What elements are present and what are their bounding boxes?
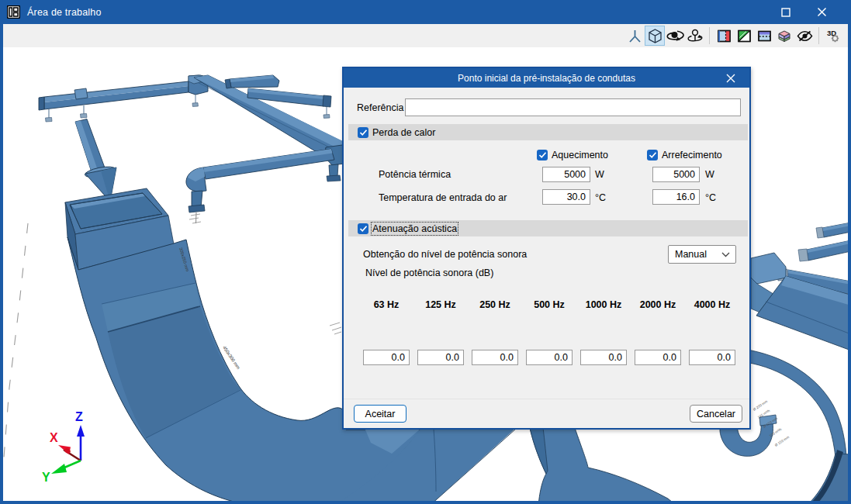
metodo-dropdown-value: Manual <box>675 249 707 260</box>
potencia-aquecimento-input[interactable] <box>542 167 590 182</box>
metodo-dropdown[interactable]: Manual <box>668 245 736 264</box>
cancel-button[interactable]: Cancelar <box>690 405 742 423</box>
potencia-aquecimento-unit: W <box>595 169 604 180</box>
layers-stack-icon <box>776 28 793 44</box>
freq-header-2000: 2000 Hz <box>631 299 685 310</box>
toolbar-3d-settings[interactable]: 3D <box>823 26 843 46</box>
checkmark-icon <box>538 151 547 159</box>
branch-note-5: Ø 150 mm <box>774 435 790 447</box>
temperatura-aquecimento-input[interactable] <box>542 189 590 205</box>
nivel-label: Nível de potência sonora (dB) <box>365 268 493 278</box>
toolbar-view-3d-cube[interactable] <box>645 26 665 46</box>
db-input-500[interactable] <box>526 350 573 365</box>
duct-right-branches <box>751 223 848 350</box>
dialog-footer: Aceitar Cancelar <box>344 399 749 428</box>
section-perda-de-calor: Perda de calor <box>348 124 748 140</box>
temperatura-label: Temperatura de entrada do ar <box>379 192 507 203</box>
orbit-view-icon <box>666 28 684 44</box>
duct-mid-run <box>186 149 334 223</box>
freq-header-500: 500 Hz <box>522 299 576 310</box>
temperatura-arrefecimento-unit: °C <box>705 192 716 203</box>
perda-de-calor-checkbox[interactable] <box>358 127 368 138</box>
db-input-1000[interactable] <box>580 350 627 365</box>
close-button[interactable] <box>814 5 829 20</box>
toolbar-turntable-rotate[interactable] <box>685 26 705 46</box>
toolbar-clipping-box[interactable] <box>754 26 774 46</box>
chevron-down-icon <box>721 252 730 257</box>
potencia-termica-label: Potência térmica <box>379 169 451 180</box>
axis-y-label: Y <box>42 471 50 482</box>
atenuacao-label: Atenuação acústica <box>372 223 457 234</box>
maximize-icon <box>781 8 790 17</box>
toolbar-section-plane[interactable] <box>714 26 734 46</box>
dialog-ponto-inicial: Ponto inicial da pré-instalação de condu… <box>342 67 751 430</box>
hide-elements-eye-icon <box>796 28 814 44</box>
dialog-close-button[interactable] <box>724 71 737 85</box>
view-toolbar: 3D <box>3 24 848 47</box>
dialog-close-icon <box>726 74 735 83</box>
db-input-125[interactable] <box>417 350 464 365</box>
toolbar-separator <box>818 27 819 44</box>
perda-de-calor-label: Perda de calor <box>372 127 435 138</box>
db-input-2000[interactable] <box>635 350 681 365</box>
axis-z-label: Z <box>75 410 83 423</box>
toolbar-layers-stack[interactable] <box>774 26 794 46</box>
db-input-4000[interactable] <box>689 350 735 365</box>
clipping-box-icon <box>756 28 773 44</box>
dialog-title: Ponto inicial da pré-instalação de condu… <box>458 73 635 84</box>
atenuacao-checkbox[interactable] <box>358 223 368 234</box>
aquecimento-checkbox[interactable] <box>537 150 548 161</box>
maximize-button[interactable] <box>778 5 794 20</box>
dialog-titlebar[interactable]: Ponto inicial da pré-instalação de condu… <box>344 68 749 88</box>
obtencao-label: Obtenção do nível de potência sonora <box>363 249 527 260</box>
freq-header-1000: 1000 Hz <box>576 299 631 310</box>
arrefecimento-checkbox[interactable] <box>647 150 658 161</box>
db-input-250[interactable] <box>472 350 518 365</box>
close-icon <box>817 7 827 17</box>
freq-header-63: 63 Hz <box>359 299 413 310</box>
3d-settings-gear-icon: 3D <box>825 28 842 44</box>
checkmark-icon <box>359 225 368 233</box>
toolbar-axes-tripod[interactable] <box>624 26 645 46</box>
freq-header-125: 125 Hz <box>413 299 468 310</box>
checkmark-icon <box>649 151 657 159</box>
temperatura-aquecimento-unit: °C <box>595 192 606 203</box>
section-atenuacao-acustica: Atenuação acústica <box>348 220 748 236</box>
window-buttons <box>778 0 829 24</box>
arrefecimento-label: Arrefecimento <box>662 150 722 161</box>
freq-header-250: 250 Hz <box>468 299 522 310</box>
axes-tripod-icon <box>627 28 643 44</box>
toolbar-diagonal-split-view[interactable] <box>734 26 754 46</box>
arrefecimento-row: Arrefecimento <box>647 150 722 161</box>
db-input-63[interactable] <box>363 350 410 365</box>
window-titlebar: Área de trabalho <box>0 0 851 24</box>
app-icon <box>7 5 20 19</box>
aquecimento-row: Aquecimento <box>537 150 608 161</box>
section-plane-icon <box>716 28 732 44</box>
toolbar-separator <box>709 27 710 44</box>
axis-triad: Z X Y <box>36 405 95 482</box>
reference-label: Referência <box>357 102 403 113</box>
toolbar-hide-elements[interactable] <box>794 26 815 46</box>
aquecimento-label: Aquecimento <box>552 150 608 161</box>
temperatura-arrefecimento-input[interactable] <box>652 189 700 205</box>
scene-dashed-boundary <box>4 223 28 457</box>
checkmark-icon <box>359 129 368 136</box>
accept-button[interactable]: Aceitar <box>354 405 406 423</box>
toolbar-orbit-view[interactable] <box>665 26 685 46</box>
potencia-arrefecimento-input[interactable] <box>652 167 700 182</box>
freq-header-4000: 4000 Hz <box>685 299 739 310</box>
reference-input[interactable] <box>405 98 741 116</box>
axis-x-label: X <box>50 431 58 444</box>
view-3d-cube-icon <box>647 28 663 44</box>
turntable-rotate-icon <box>687 28 704 44</box>
potencia-arrefecimento-unit: W <box>705 169 714 180</box>
diagonal-split-view-icon <box>736 28 752 44</box>
scene-annotation-junction <box>330 323 341 334</box>
window-title: Área de trabalho <box>27 7 102 18</box>
selection-arrow <box>75 119 116 202</box>
duct-top-left-run <box>39 81 189 122</box>
